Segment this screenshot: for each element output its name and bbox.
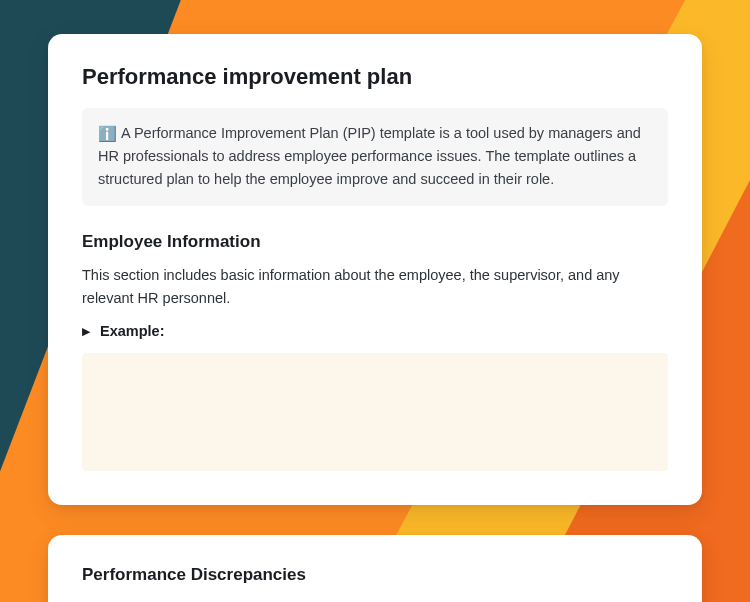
section-heading-employee-info: Employee Information: [82, 232, 668, 252]
info-icon: ℹ️: [98, 122, 117, 145]
section-body-employee-info: This section includes basic information …: [82, 264, 668, 309]
page-scroll-area: Performance improvement plan ℹ️A Perform…: [0, 0, 750, 602]
card-discrepancies: Performance Discrepancies Here, identify…: [48, 535, 702, 602]
callout-text: A Performance Improvement Plan (PIP) tem…: [98, 125, 641, 187]
example-toggle[interactable]: ▶ Example:: [82, 323, 668, 339]
section-body-discrepancies: Here, identify the specific areas where …: [82, 597, 668, 602]
section-heading-discrepancies: Performance Discrepancies: [82, 565, 668, 585]
example-content-block: [82, 353, 668, 471]
page-title: Performance improvement plan: [82, 64, 668, 90]
example-label: Example:: [100, 323, 164, 339]
card-main: Performance improvement plan ℹ️A Perform…: [48, 34, 702, 505]
triangle-right-icon: ▶: [82, 326, 90, 337]
info-callout: ℹ️A Performance Improvement Plan (PIP) t…: [82, 108, 668, 206]
